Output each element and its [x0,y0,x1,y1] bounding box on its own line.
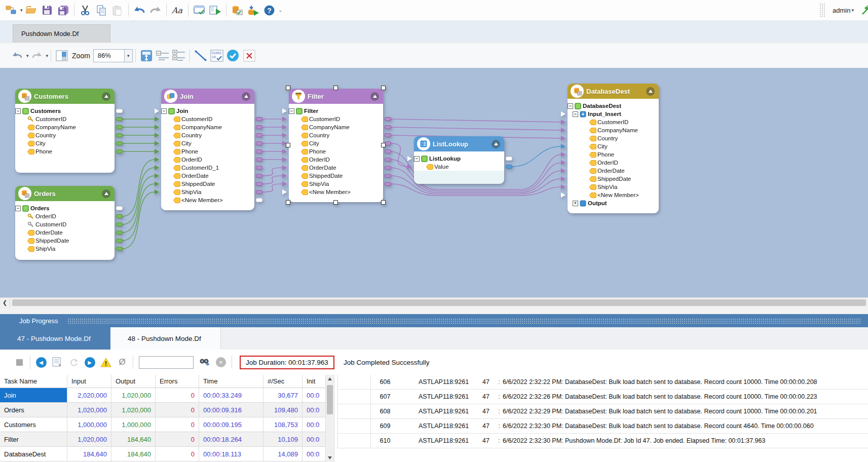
field-row[interactable]: ShipVia [289,180,383,188]
field-row[interactable]: CustomerID_1 [161,164,254,172]
field-row[interactable]: <New Member> [568,191,659,199]
collapse-node-icon[interactable] [370,92,379,101]
column-header[interactable]: Task Name [0,375,67,388]
collapse-node-icon[interactable] [102,92,110,101]
task-row[interactable]: DatabaseDest184,640184,640000:00:18.1131… [0,447,325,461]
field-row[interactable]: Country [15,131,115,139]
node-header-filter[interactable]: Filter [289,89,383,104]
selection-handle[interactable] [381,143,386,147]
field-row[interactable]: −ListLookup [414,155,504,163]
field-row[interactable]: OrderID [289,156,383,164]
field-row[interactable]: City [161,139,254,147]
connection-icon[interactable] [861,5,868,16]
user-menu[interactable]: admin ▾ [833,7,854,14]
field-row[interactable]: <New Member> [161,196,254,204]
field-row[interactable]: CustomerID [15,220,115,228]
undo-dropdown-caret[interactable]: ▾ [26,53,29,58]
layout-panel-icon[interactable] [54,48,69,63]
task-row[interactable]: Filter1,020,000184,640000:00:18.26410,10… [0,432,325,447]
field-row[interactable]: <New Member> [289,188,383,196]
field-row[interactable]: +Output [568,199,659,207]
new-dataflow-button[interactable] [4,3,19,18]
column-header[interactable]: Input [67,375,111,388]
task-table-vscrollbar[interactable] [325,375,334,462]
field-row[interactable]: ShippedDate [568,175,659,183]
save-all-button[interactable] [56,3,71,18]
log-row[interactable]: 606ASTLAP118:926147:6/6/2022 2:32:22 PM:… [337,375,868,390]
node-header-join[interactable]: Join [161,89,254,104]
selection-handle[interactable] [333,200,338,205]
log-row[interactable]: 609ASTLAP118:926147:6/6/2022 2:32:30 PM:… [337,419,868,434]
selection-handle[interactable] [286,86,290,90]
field-row[interactable]: OrderDate [161,172,254,180]
node-customers[interactable]: Customers−CustomersCustomerIDCompanyName… [15,89,115,173]
clear-log-button[interactable]: ✕ [214,356,228,369]
remove-button[interactable] [242,48,257,63]
field-row[interactable]: OrderID [568,159,659,167]
warnings-button[interactable]: ! [99,356,112,369]
field-row[interactable]: Phone [15,147,115,156]
undo-button[interactable] [132,3,147,18]
task-table-header[interactable]: Task NameInputOutputErrorsTime#/SecInit [0,375,325,388]
next-error-button[interactable]: ▶ [83,356,96,369]
tree-toggle-icon[interactable]: − [15,108,21,114]
log-row[interactable]: 610ASTLAP118:926147:6/6/2022 2:32:30 PM:… [337,434,868,448]
node-header-orders[interactable]: Orders [15,186,115,201]
log-search-input[interactable] [139,356,194,369]
field-row[interactable]: −DatabaseDest [568,102,659,110]
collapse-node-icon[interactable] [242,92,250,101]
help-button[interactable]: ? [262,3,277,18]
node-orders[interactable]: Orders−OrdersOrderIDCustomerIDOrderDateS… [15,186,115,260]
tree-toggle-icon[interactable]: − [289,108,294,114]
field-row[interactable]: −Customers [15,107,115,115]
field-row[interactable]: City [568,142,659,150]
field-row[interactable]: CompanyName [289,123,383,131]
field-row[interactable]: CustomerID [161,115,254,123]
previous-error-button[interactable]: ◀ [34,356,48,369]
selection-handle[interactable] [286,200,290,205]
collapse-all-button[interactable] [155,48,170,63]
tab-pushdown-mode[interactable]: Pushdown Mode.Df [13,24,110,43]
job-tab-2[interactable]: 48 - Pushdown Mode.Df [110,327,221,350]
field-row[interactable]: CustomerID [289,115,383,123]
fit-height-button[interactable] [139,48,154,63]
node-filter[interactable]: Filter−FilterCustomerIDCompanyNameCountr… [289,89,383,202]
cut-button[interactable] [78,3,93,18]
field-row[interactable]: ShipVia [568,183,659,191]
redo-button-small[interactable] [29,48,45,63]
collapse-node-icon[interactable] [492,140,500,148]
field-row[interactable]: Country [568,134,659,142]
field-row[interactable]: City [15,139,115,147]
selection-handle[interactable] [381,86,386,90]
tree-toggle-icon[interactable]: + [573,201,578,206]
node-header-databasedest[interactable]: DatabaseDest [568,84,659,99]
dataflow-canvas[interactable]: Customers−CustomersCustomerIDCompanyName… [0,68,868,297]
zoom-dropdown-caret[interactable]: ▾ [125,49,133,62]
column-header[interactable]: Output [111,375,156,388]
null-filter-button[interactable]: Ø [116,356,129,369]
selection-handle[interactable] [286,143,290,147]
field-row[interactable]: OrderID [161,156,254,164]
field-row[interactable]: OrderDate [15,228,115,237]
find-button[interactable] [198,356,211,369]
field-row[interactable]: OrderDate [289,164,383,172]
scroll-left-icon[interactable]: ❮ [0,298,10,307]
field-row[interactable]: −Join [161,107,254,115]
expand-all-button[interactable] [171,48,186,63]
field-row[interactable]: CompanyName [568,126,659,134]
verify-database-button[interactable] [230,3,245,18]
refresh-button[interactable] [67,356,80,369]
task-row[interactable]: Join2,020,0001,020,000000:00:33.24930,67… [0,388,325,403]
zoom-combobox[interactable]: 86% [93,49,125,62]
job-progress-header[interactable]: Job Progress [0,314,868,327]
tree-toggle-icon[interactable]: − [573,111,578,117]
column-header[interactable]: Time [199,375,263,388]
draw-link-button[interactable] [193,48,208,63]
field-row[interactable]: ShipVia [161,188,254,196]
vscroll-thumb[interactable] [327,385,333,414]
toolbar-overflow-caret[interactable]: ⌄ [279,8,283,13]
node-header-customers[interactable]: Customers [15,89,115,104]
log-row[interactable]: 607ASTLAP118:926147:6/6/2022 2:32:26 PM:… [337,390,868,404]
selection-handle[interactable] [333,86,338,90]
field-row[interactable]: OrderDate [568,167,659,175]
